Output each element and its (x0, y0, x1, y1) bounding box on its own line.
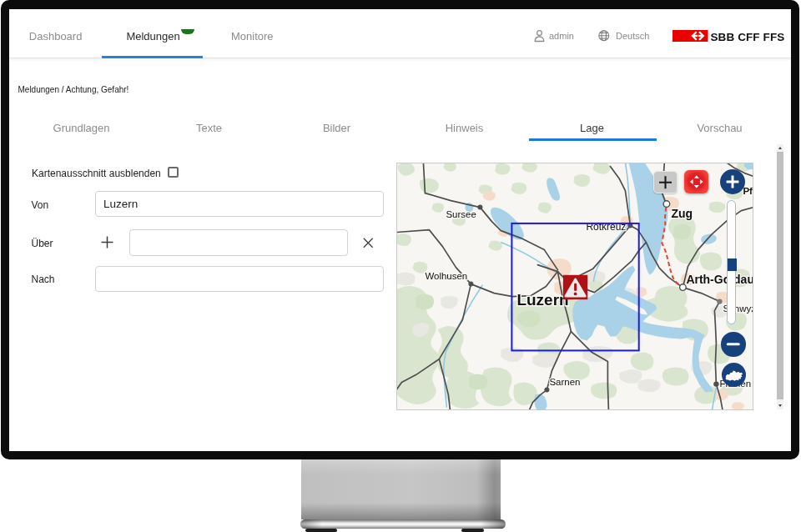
svg-text:Zug: Zug (671, 207, 693, 220)
svg-text:Sursee: Sursee (446, 209, 476, 219)
svg-text:Sarnen: Sarnen (549, 377, 580, 387)
svg-text:Luzern: Luzern (516, 291, 568, 309)
svg-text:Arth-Goldau: Arth-Goldau (686, 273, 753, 286)
svg-text:Wolhusen: Wolhusen (425, 271, 467, 281)
